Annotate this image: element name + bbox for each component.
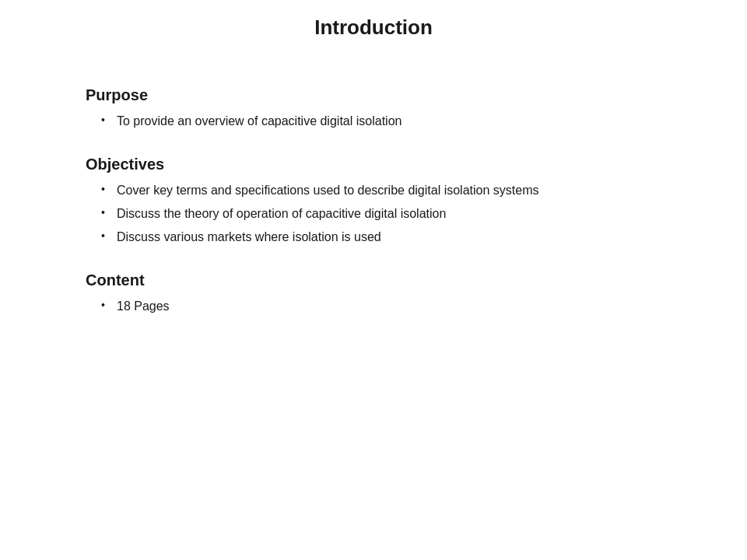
objectives-section: Objectives Cover key terms and specifica… xyxy=(86,156,661,247)
list-item: 18 Pages xyxy=(101,297,661,316)
list-item: Discuss the theory of operation of capac… xyxy=(101,205,661,223)
content-heading: Content xyxy=(86,271,661,289)
list-item: To provide an overview of capacitive dig… xyxy=(101,112,661,131)
content-list: 18 Pages xyxy=(86,297,661,316)
objectives-list: Cover key terms and specifications used … xyxy=(86,181,661,247)
purpose-heading: Purpose xyxy=(86,86,661,104)
list-item: Cover key terms and specifications used … xyxy=(101,181,661,200)
page: Introduction Purpose To provide an overv… xyxy=(0,0,747,560)
page-title: Introduction xyxy=(86,0,661,86)
content-section: Content 18 Pages xyxy=(86,271,661,316)
purpose-section: Purpose To provide an overview of capaci… xyxy=(86,86,661,131)
objectives-heading: Objectives xyxy=(86,156,661,173)
list-item: Discuss various markets where isolation … xyxy=(101,228,661,247)
purpose-list: To provide an overview of capacitive dig… xyxy=(86,112,661,131)
